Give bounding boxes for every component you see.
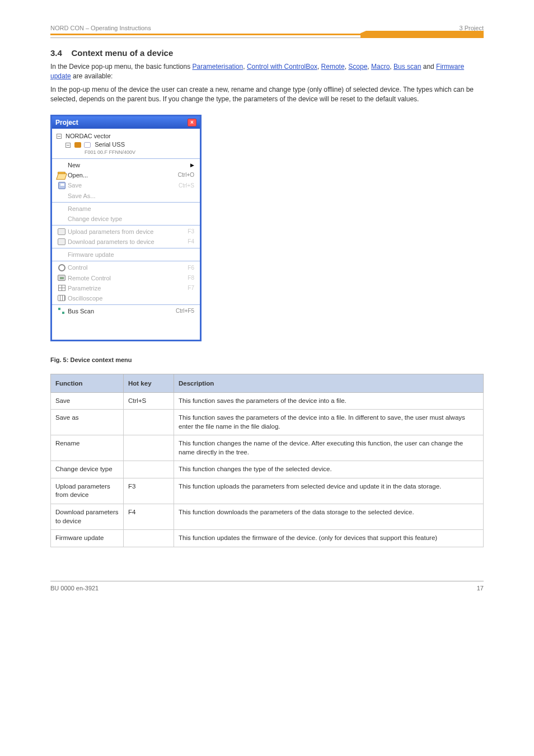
scan-icon (58, 308, 65, 314)
cell-description: This function uploads the parameters fro… (174, 478, 484, 504)
cell-description: This function saves the parameters of th… (174, 410, 484, 435)
menu-item-shortcut: Ctrl+F5 (176, 308, 194, 314)
cell-function: Download parameters to device (51, 504, 124, 530)
tree-bus-label: Serial USS (95, 141, 125, 148)
section-heading: Context menu of a device (72, 48, 174, 58)
tree-row-root[interactable]: – NORDAC vector (57, 132, 195, 140)
menu-item-label: Upload parameters from device (68, 228, 188, 235)
folder-icon (58, 172, 65, 178)
window-titlebar: Project × (52, 116, 200, 129)
tree-root-label: NORDAC vector (65, 133, 111, 139)
menu-item-save: SaveCtrl+S (52, 180, 200, 191)
footer-page-number: 17 (477, 585, 484, 591)
menu-item-oscilloscope: Oscilloscope (52, 293, 200, 303)
cell-hotkey (124, 461, 174, 478)
cell-description: This function changes the name of the de… (174, 435, 484, 461)
cell-hotkey: F4 (124, 504, 174, 530)
menu-item-change-device-type: Change device type (52, 214, 200, 224)
doc-ref: NORD CON – Operating Instructions (50, 25, 151, 31)
table-row: SaveCtrl+SThis function saves the parame… (51, 392, 484, 410)
menu-item-label: New (68, 162, 190, 168)
cell-hotkey (124, 435, 174, 461)
chapter-label: 3 Project (460, 25, 484, 31)
page-footer: BU 0000 en-3921 17 (50, 581, 484, 591)
plug-icon (74, 142, 81, 148)
tree-row-device[interactable]: F001 00.F FFNN/400V (57, 149, 195, 156)
cell-function: Upload parameters from device (51, 478, 124, 504)
section-number: 3.4 (50, 48, 62, 58)
disk-icon (58, 182, 65, 189)
section-title: 3.4 Context menu of a device (50, 48, 484, 58)
menu-item-upload-parameters-from-device: Upload parameters from deviceF3 (52, 227, 200, 237)
menu-item-shortcut: Ctrl+S (179, 182, 194, 189)
menu-item-download-parameters-to-device: Download parameters to deviceF4 (52, 237, 200, 247)
menu-item-control: ControlF6 (52, 262, 200, 273)
menu-item-rename: Rename (52, 204, 200, 214)
menu-item-bus-scan[interactable]: Bus ScanCtrl+F5 (52, 306, 200, 316)
menu-item-shortcut: F7 (188, 285, 194, 291)
paragraph-1: In the Device pop-up menu, the basic fun… (50, 62, 484, 82)
menu-item-firmware-update: Firmware update (52, 250, 200, 260)
menu-item-label: Remote Control (68, 275, 188, 281)
menu-item-label: Parametrize (68, 285, 188, 292)
collapse-icon[interactable]: – (65, 143, 71, 148)
menu-item-shortcut: Ctrl+O (178, 172, 194, 178)
link-control-controlbox[interactable]: Control with ControlBox (247, 63, 317, 71)
menu-item-shortcut: F6 (188, 265, 194, 271)
tree-row-bus[interactable]: – Serial USS (57, 140, 195, 149)
cell-hotkey (124, 410, 174, 435)
menu-item-shortcut: F3 (188, 228, 194, 234)
cell-function: Firmware update (51, 530, 124, 547)
cell-function: Change device type (51, 461, 124, 478)
context-menu: New▶Open...Ctrl+OSaveCtrl+SSave As...Ren… (52, 158, 200, 340)
gear-icon (58, 264, 65, 271)
cell-description: This function updates the firmware of th… (174, 530, 484, 547)
cell-description: This function saves the parameters of th… (174, 392, 484, 410)
window-title: Project (55, 119, 78, 126)
menu-item-parametrize: ParametrizeF7 (52, 283, 200, 293)
menu-item-label: Save (68, 182, 179, 189)
link-macro[interactable]: Macro (371, 63, 390, 71)
paragraph-2: In the pop-up menu of the device the use… (50, 85, 484, 105)
menu-item-shortcut: F8 (188, 275, 194, 281)
collapse-icon[interactable]: – (57, 134, 62, 139)
grid-icon (58, 285, 65, 291)
menu-item-new[interactable]: New▶ (52, 160, 200, 170)
menu-item-shortcut: F4 (188, 238, 194, 245)
cell-description: This function downloads the parameters o… (174, 504, 484, 530)
menu-item-label: Save As... (68, 192, 194, 199)
link-scope[interactable]: Scope (348, 63, 367, 71)
link-bus-scan[interactable]: Bus scan (394, 63, 421, 71)
usb-icon (84, 142, 91, 148)
header-rule (50, 34, 484, 35)
table-row: RenameThis function changes the name of … (51, 435, 484, 461)
table-row: Save asThis function saves the parameter… (51, 410, 484, 435)
menu-item-label: Change device type (68, 215, 194, 222)
menu-item-remote-control: Remote ControlF8 (52, 273, 200, 283)
scope-icon (58, 295, 65, 301)
cell-hotkey: Ctrl+S (124, 392, 174, 410)
chevron-right-icon: ▶ (190, 162, 194, 168)
menu-item-label: Open... (68, 172, 178, 179)
table-row: Download parameters to deviceF4This func… (51, 504, 484, 530)
menu-item-label: Rename (68, 205, 194, 212)
menu-item-label: Bus Scan (68, 308, 176, 314)
close-icon[interactable]: × (188, 119, 196, 126)
cell-function: Rename (51, 435, 124, 461)
menu-item-open[interactable]: Open...Ctrl+O (52, 170, 200, 180)
functions-table: Function Hot key Description SaveCtrl+ST… (50, 374, 484, 547)
table-row: Upload parameters from deviceF3This func… (51, 478, 484, 504)
project-tree: – NORDAC vector – Serial USS F001 00.F F… (52, 129, 200, 157)
link-remote[interactable]: Remote (321, 63, 345, 71)
link-parameterisation[interactable]: Parameterisation (192, 63, 243, 71)
transfer-icon (58, 228, 65, 235)
cell-hotkey (124, 530, 174, 547)
col-function: Function (51, 374, 124, 392)
col-description: Description (174, 374, 484, 392)
menu-item-label: Control (68, 264, 188, 271)
cell-description: This function changes the type of the se… (174, 461, 484, 478)
col-hotkey: Hot key (124, 374, 174, 392)
table-row: Change device typeThis function changes … (51, 461, 484, 478)
cell-function: Save as (51, 410, 124, 435)
menu-item-save-as: Save As... (52, 191, 200, 201)
